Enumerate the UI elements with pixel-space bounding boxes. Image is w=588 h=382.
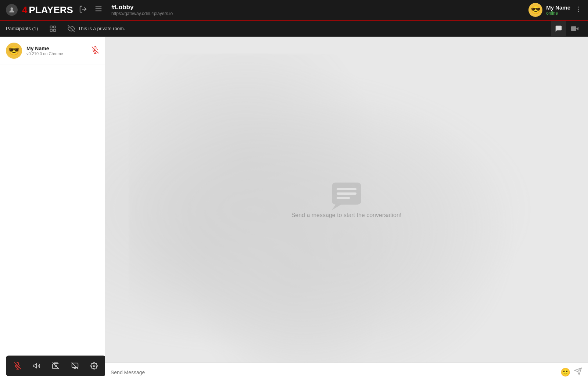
chat-input[interactable]: [111, 370, 557, 375]
chat-messages: Send a message to start the conversation…: [105, 37, 588, 363]
screen-share-button[interactable]: [68, 359, 82, 372]
avatar: 😎: [528, 3, 542, 17]
private-room-info: This is a private room.: [62, 25, 125, 32]
chat-input-bar: 🙂: [105, 363, 588, 382]
svg-rect-9: [54, 26, 56, 28]
grid-view-icon[interactable]: [44, 25, 62, 32]
svg-rect-8: [50, 26, 53, 28]
empty-chat-icon: [330, 181, 363, 212]
participant-info: My Name v0.210.0 on Chrome: [26, 46, 87, 56]
user-status: online: [546, 11, 570, 16]
chat-area: Send a message to start the conversation…: [105, 37, 588, 382]
bottom-controls: [6, 356, 106, 376]
logout-icon[interactable]: [79, 5, 87, 15]
empty-chat-text: Send a message to start the conversation…: [291, 212, 402, 219]
emoji-button[interactable]: 🙂: [560, 368, 570, 377]
settings-button[interactable]: [87, 359, 101, 372]
logo[interactable]: 4 PLAYERS: [22, 4, 73, 16]
send-button[interactable]: [574, 367, 582, 378]
camera-button[interactable]: [49, 359, 62, 372]
user-name: My Name: [546, 4, 570, 11]
svg-rect-11: [54, 29, 56, 31]
nav-user-icon[interactable]: [6, 4, 18, 16]
svg-point-6: [578, 8, 579, 10]
channel-url: https://gateway.odin.4players.io: [111, 11, 173, 16]
svg-marker-34: [332, 205, 341, 210]
user-profile[interactable]: 😎 My Name online: [528, 3, 570, 17]
svg-rect-33: [337, 197, 350, 199]
svg-point-5: [578, 6, 579, 7]
nav-right: 😎 My Name online: [528, 3, 582, 17]
participants-label: Participants (1): [6, 26, 44, 31]
chat-toggle-button[interactable]: [551, 21, 566, 36]
channel-info: #Lobby https://gateway.odin.4players.io: [111, 4, 173, 16]
menu-icon[interactable]: [94, 5, 103, 15]
svg-point-7: [578, 11, 579, 12]
subnav-right: [551, 21, 582, 36]
svg-marker-22: [34, 364, 37, 368]
speaker-button[interactable]: [30, 359, 43, 372]
svg-marker-14: [576, 27, 578, 30]
participant-version: v0.210.0 on Chrome: [26, 51, 87, 56]
mic-muted-icon[interactable]: [92, 46, 99, 55]
participant-item: 😎 My Name v0.210.0 on Chrome: [0, 37, 105, 65]
svg-rect-31: [337, 188, 356, 190]
participant-name: My Name: [26, 46, 87, 51]
logo-players: PLAYERS: [29, 4, 73, 16]
svg-rect-32: [337, 192, 356, 195]
channel-name: #Lobby: [111, 4, 173, 11]
svg-point-0: [11, 7, 13, 10]
sidebar: 😎 My Name v0.210.0 on Chrome: [0, 37, 105, 382]
svg-rect-10: [50, 29, 53, 31]
participant-avatar: 😎: [6, 43, 22, 59]
more-options-icon[interactable]: [575, 6, 582, 15]
svg-rect-15: [571, 26, 576, 31]
mic-button[interactable]: [11, 359, 24, 372]
top-nav: 4 PLAYERS #Lobby https://gateway.odin.4p…: [0, 0, 588, 21]
user-info: My Name online: [546, 4, 570, 16]
svg-point-29: [93, 365, 95, 367]
video-toggle-button[interactable]: [567, 21, 582, 36]
main-area: 😎 My Name v0.210.0 on Chrome: [0, 37, 588, 382]
logo-4: 4: [22, 4, 27, 16]
sub-nav: Participants (1) This is a private room.: [0, 21, 588, 37]
